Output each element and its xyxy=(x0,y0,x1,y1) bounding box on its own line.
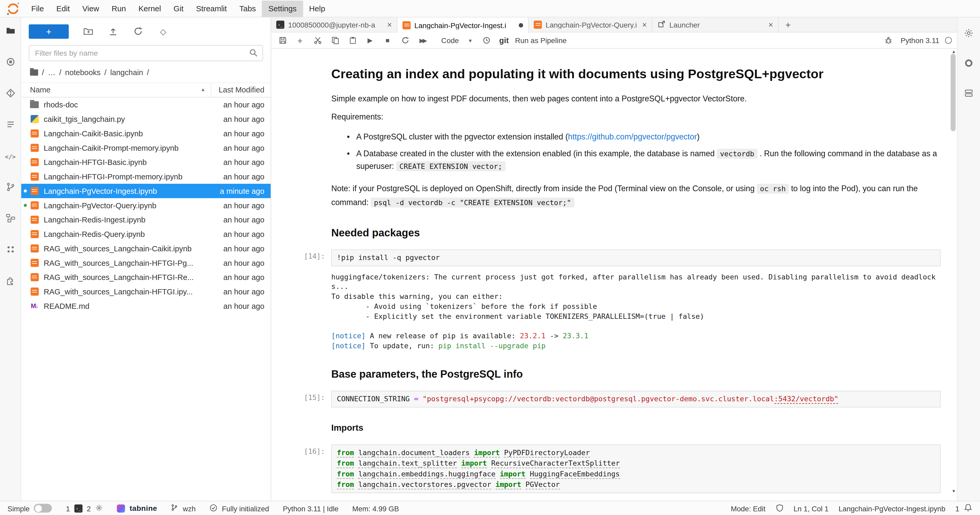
breadcrumb-ellipsis[interactable]: … xyxy=(48,68,56,77)
markdown-cell[interactable]: Base parameters, the PostgreSQL info xyxy=(331,369,940,379)
close-icon[interactable]: × xyxy=(642,21,647,29)
upload-icon xyxy=(108,26,118,36)
run-cell-button[interactable]: ▶ xyxy=(364,33,376,47)
menu-streamlit[interactable]: Streamlit xyxy=(190,0,233,16)
command-mode-indicator[interactable]: Mode: Edit xyxy=(731,504,765,512)
code-editor[interactable]: CONNECTION_STRING = "postgresql+psycopg:… xyxy=(331,391,940,407)
file-row[interactable]: RAG_with_sources_Langchain-HFTGI.ipy...a… xyxy=(21,285,271,299)
git-clone-button[interactable]: ◇ xyxy=(158,26,169,37)
copy-cells-button[interactable] xyxy=(329,33,341,47)
close-icon[interactable]: × xyxy=(768,21,773,29)
file-row[interactable]: Langchain-PgVector-Query.ipynban hour ag… xyxy=(21,198,271,213)
git-branch-status[interactable]: wzh xyxy=(171,504,196,512)
dirty-indicator[interactable] xyxy=(519,23,523,27)
dots-grid-icon xyxy=(5,244,15,257)
restart-kernel-button[interactable] xyxy=(399,33,412,47)
notebook-scroll-area[interactable]: Creating an index and populating it with… xyxy=(271,49,957,500)
file-row[interactable]: RAG_with_sources_Langchain-HFTGI-Pg...an… xyxy=(21,256,271,270)
file-row-selected[interactable]: Langchain-PgVector-Ingest.ipynba minute … xyxy=(21,184,271,198)
tab-pgvector-query[interactable]: Langchain-PgVector-Query.i × xyxy=(529,17,652,32)
execution-time-button[interactable] xyxy=(480,33,493,47)
pipeline-tab[interactable] xyxy=(5,214,16,224)
table-of-contents-tab[interactable] xyxy=(5,120,16,130)
breadcrumb-notebooks[interactable]: notebooks xyxy=(65,68,100,77)
kernel-status[interactable]: Python 3.11 | Idle xyxy=(283,504,339,512)
refresh-button[interactable] xyxy=(133,26,144,37)
file-row[interactable]: Langchain-Caikit-Basic.ipynban hour ago xyxy=(21,126,271,141)
save-button[interactable] xyxy=(276,33,289,47)
column-header-modified[interactable]: Last Modified xyxy=(211,83,264,97)
filter-files-input[interactable] xyxy=(29,45,263,61)
git-branch-tab[interactable] xyxy=(5,183,16,193)
file-row[interactable]: Langchain-Redis-Query.ipynban hour ago xyxy=(21,227,271,242)
git-sidebar-tab[interactable] xyxy=(5,89,16,99)
scroll-down-icon[interactable]: ▾ xyxy=(953,488,955,494)
menu-help[interactable]: Help xyxy=(303,0,331,16)
upload-button[interactable] xyxy=(107,26,119,37)
stop-kernel-button[interactable]: ■ xyxy=(381,33,394,47)
menu-view[interactable]: View xyxy=(76,0,105,16)
menu-run[interactable]: Run xyxy=(105,0,132,16)
debugger-button[interactable] xyxy=(882,33,895,47)
notifications-status[interactable]: 1 xyxy=(955,503,972,513)
tabnine-init-status[interactable]: Fully initialized xyxy=(209,504,269,513)
file-row[interactable]: rhods-docan hour ago xyxy=(21,97,271,112)
trust-indicator[interactable] xyxy=(775,504,784,513)
menu-edit[interactable]: Edit xyxy=(50,0,76,16)
running-sessions-status[interactable]: 1 2 xyxy=(66,504,103,513)
paste-cells-button[interactable] xyxy=(346,33,359,47)
simple-mode-toggle[interactable]: Simple xyxy=(8,504,52,512)
markdown-cell[interactable]: Creating an index and populating it with… xyxy=(331,65,940,238)
file-row[interactable]: Langchain-Caikit-Prompt-memory.ipynban h… xyxy=(21,141,271,155)
file-row[interactable]: RAG_with_sources_Langchain-Caikit.ipynba… xyxy=(21,242,271,256)
menu-tabs[interactable]: Tabs xyxy=(233,0,262,16)
insert-cell-button[interactable]: + xyxy=(294,33,307,47)
file-row[interactable]: README.mdan hour ago xyxy=(21,299,271,313)
extension-manager-tab[interactable] xyxy=(5,276,16,287)
tab-pgvector-ingest[interactable]: Langchain-PgVector-Ingest.i xyxy=(398,17,529,33)
file-row[interactable]: Langchain-HFTGI-Prompt-memory.ipynban ho… xyxy=(21,169,271,184)
menu-settings[interactable]: Settings xyxy=(262,0,303,16)
markdown-cell[interactable]: Imports xyxy=(331,423,940,433)
tab-terminal[interactable]: 1000850000@jupyter-nb-a × xyxy=(271,17,398,32)
code-snippets-tab[interactable]: </> xyxy=(5,151,16,162)
menu-git[interactable]: Git xyxy=(167,0,190,16)
breadcrumb-langchain[interactable]: langchain xyxy=(110,68,143,77)
file-browser-tab[interactable] xyxy=(5,26,16,37)
kernel-count: 2 xyxy=(87,504,91,512)
file-row[interactable]: Langchain-HFTGI-Basic.ipynban hour ago xyxy=(21,155,271,169)
property-inspector-tab[interactable] xyxy=(963,29,975,39)
database-panel-tab[interactable] xyxy=(963,89,975,99)
close-icon[interactable]: × xyxy=(387,21,392,29)
new-tab-button[interactable]: + xyxy=(779,17,797,32)
new-launcher-button[interactable]: + xyxy=(29,24,68,38)
running-sessions-tab[interactable] xyxy=(5,57,16,68)
cell-type-dropdown[interactable]: Code ▾ xyxy=(438,36,476,45)
menu-file[interactable]: File xyxy=(25,0,50,16)
column-header-name[interactable]: Name ▴ xyxy=(30,86,211,94)
shield-icon xyxy=(775,504,784,513)
cut-cells-button[interactable] xyxy=(311,33,324,47)
menu-kernel[interactable]: Kernel xyxy=(132,0,167,16)
code-editor[interactable]: !pip install -q pgvector xyxy=(331,249,940,266)
git-toolbar-button[interactable]: git xyxy=(498,36,510,45)
scrollbar-thumb[interactable] xyxy=(951,54,956,131)
widgets-tab[interactable] xyxy=(5,245,16,256)
file-row[interactable]: RAG_with_sources_Langchain-HFTGI-Re...an… xyxy=(21,270,271,285)
vertical-scrollbar[interactable]: ▴ ▾ xyxy=(949,49,957,500)
run-as-pipeline-button[interactable]: Run as Pipeline xyxy=(515,36,567,45)
cursor-position[interactable]: Ln 1, Col 1 xyxy=(794,504,829,512)
resource-usage-tab[interactable] xyxy=(963,59,975,69)
file-row[interactable]: caikit_tgis_langchain.pyan hour ago xyxy=(21,112,271,126)
sort-ascending-icon: ▴ xyxy=(202,86,205,92)
code-editor[interactable]: from langchain.document_loaders import P… xyxy=(331,444,940,493)
tab-bar: 1000850000@jupyter-nb-a × Langchain-PgVe… xyxy=(271,17,957,33)
toggle-switch[interactable] xyxy=(34,504,52,512)
kernel-name[interactable]: Python 3.11 xyxy=(901,36,940,45)
home-folder-icon[interactable] xyxy=(30,69,38,76)
file-row[interactable]: Langchain-Redis-Ingest.ipynban hour ago xyxy=(21,213,271,227)
tab-launcher[interactable]: Launcher × xyxy=(652,17,779,32)
tabnine-status[interactable]: tabnine xyxy=(117,504,157,512)
restart-run-all-button[interactable]: ▶▶ xyxy=(416,33,429,47)
new-folder-button[interactable] xyxy=(83,26,94,37)
